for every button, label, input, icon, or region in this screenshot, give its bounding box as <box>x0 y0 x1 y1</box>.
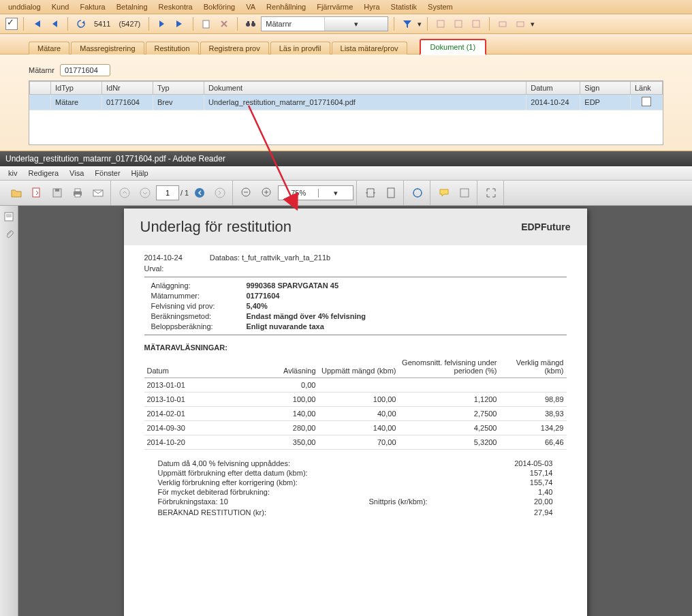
matarnr-label: Mätarnr <box>29 66 54 74</box>
pdf-summary: Datum då 4,00 % felvisning uppnåddes:201… <box>158 459 567 517</box>
menu-hyra[interactable]: Hyra <box>358 1 385 12</box>
pdf-section-title: MÄTARAVLÄSNINGAR: <box>144 343 567 352</box>
page-up-icon[interactable] <box>115 183 134 202</box>
readings-row: 2013-10-01100,00100,001,120098,89 <box>144 392 567 407</box>
summary-row: Uppmätt förbrukning efter detta datum (k… <box>158 469 567 477</box>
pdf-page: Underlag för restitution EDPFuture 2014-… <box>124 209 587 616</box>
attachments-icon[interactable] <box>3 229 14 240</box>
document-grid: IdTyp IdNr Typ Dokument Datum Sign Länk … <box>29 80 663 145</box>
delete-icon[interactable] <box>217 16 232 31</box>
tab-lista-matare-prov[interactable]: Lista mätare/prov <box>332 42 407 55</box>
tool-icon-3[interactable] <box>469 16 484 31</box>
menu-faktura[interactable]: Faktura <box>74 1 110 12</box>
fit-page-icon[interactable] <box>381 183 400 202</box>
tab-registrera-prov[interactable]: Registrera prov <box>200 42 269 55</box>
menu-unddialog[interactable]: unddialog <box>3 1 46 12</box>
open-icon[interactable] <box>7 183 26 202</box>
toolbar-checkbox[interactable] <box>5 18 18 30</box>
adobe-menu-redigera[interactable]: Redigera <box>22 168 64 179</box>
nav-last[interactable] <box>172 16 187 31</box>
matarnr-input[interactable]: 01771604 <box>60 64 110 76</box>
nav-total: (5427) <box>116 20 143 28</box>
tool-dropdown-arrow[interactable]: ▾ <box>531 20 535 29</box>
svg-rect-8 <box>499 22 506 27</box>
tool-icon-1[interactable] <box>433 16 448 31</box>
pdf-urval: Urval: <box>144 264 567 273</box>
cell-lank-checkbox[interactable] <box>631 95 663 110</box>
tool-icon-4[interactable] <box>495 16 510 31</box>
svg-rect-7 <box>473 20 479 27</box>
share-icon[interactable] <box>455 183 474 202</box>
comment-icon[interactable] <box>435 183 454 202</box>
menu-bokforing[interactable]: Bokföring <box>198 1 240 12</box>
menu-reskontra[interactable]: Reskontra <box>153 1 198 12</box>
zoom-out-icon[interactable] <box>237 183 256 202</box>
hand-tool-right-icon[interactable] <box>210 183 230 202</box>
zoom-dropdown[interactable]: 75%▾ <box>278 185 353 200</box>
menu-system[interactable]: System <box>422 1 458 12</box>
filter-icon[interactable] <box>400 16 415 31</box>
menu-fjarrvarme[interactable]: Fjärrvärme <box>311 1 358 12</box>
menu-betalning[interactable]: Betalning <box>111 1 153 12</box>
tab-las-in-provfil[interactable]: Läs in provfil <box>270 42 330 55</box>
pdf-db-label: Databas: <box>210 253 240 262</box>
col-sign[interactable]: Sign <box>580 82 631 95</box>
hand-tool-left-icon[interactable] <box>190 183 209 202</box>
search-field-label: Mätarnr <box>262 20 324 28</box>
new-icon[interactable] <box>199 16 214 31</box>
pdf-brand: EDPFuture <box>521 221 570 232</box>
fit-width-icon[interactable] <box>361 183 380 202</box>
adobe-menu-visa[interactable]: Visa <box>64 168 89 179</box>
save-icon[interactable] <box>48 183 67 202</box>
page-total: / 1 <box>180 189 189 197</box>
nav-next[interactable] <box>155 16 170 31</box>
readings-row: 2013-01-010,00 <box>144 378 567 392</box>
svg-rect-12 <box>55 189 59 191</box>
email-icon[interactable] <box>89 183 108 202</box>
thumbnails-icon[interactable] <box>3 211 14 222</box>
adobe-menu-fonster[interactable]: Fönster <box>89 168 125 179</box>
nav-prev[interactable] <box>47 16 62 31</box>
summary-row: BERÄKNAD RESTITUTION (kr):27,94 <box>158 508 567 517</box>
svg-point-18 <box>140 188 150 198</box>
page-number-input[interactable] <box>156 185 179 200</box>
tools-icon[interactable] <box>408 183 427 202</box>
col-lank[interactable]: Länk <box>631 82 663 95</box>
pdf-viewport[interactable]: Underlag för restitution EDPFuture 2014-… <box>18 206 692 616</box>
adobe-toolbar: / 1 75%▾ <box>0 181 692 206</box>
menu-kund[interactable]: Kund <box>46 1 75 12</box>
tool-icon-2[interactable] <box>451 16 466 31</box>
convert-icon[interactable] <box>27 183 46 202</box>
page-down-icon[interactable] <box>136 183 155 202</box>
nav-refresh[interactable] <box>74 16 89 31</box>
col-idnr[interactable]: IdNr <box>102 82 153 95</box>
col-dokument[interactable]: Dokument <box>204 82 526 95</box>
menu-renhallning[interactable]: Renhållning <box>261 1 311 12</box>
chevron-down-icon[interactable]: ▾ <box>318 189 353 198</box>
tab-restitution[interactable]: Restitution <box>146 42 199 55</box>
binoculars-icon[interactable] <box>243 16 258 31</box>
chevron-down-icon[interactable]: ▾ <box>324 17 388 31</box>
table-row[interactable]: Mätare 01771604 Brev Underlag_restitutio… <box>30 95 663 110</box>
nav-first[interactable] <box>29 16 44 31</box>
print-icon[interactable] <box>68 183 87 202</box>
col-selector[interactable] <box>30 82 51 95</box>
tab-dokument[interactable]: Dokument (1) <box>420 39 487 55</box>
adobe-menu-kiv[interactable]: kiv <box>3 168 22 179</box>
menu-statistik[interactable]: Statistik <box>386 1 423 12</box>
fullscreen-icon[interactable] <box>482 183 501 202</box>
menu-va[interactable]: VA <box>240 1 261 12</box>
tab-massregistrering[interactable]: Massregistrering <box>71 42 144 55</box>
tool-icon-5[interactable] <box>513 16 528 31</box>
col-idtyp[interactable]: IdTyp <box>51 82 102 95</box>
col-typ[interactable]: Typ <box>153 82 204 95</box>
svg-rect-24 <box>388 188 394 198</box>
svg-rect-6 <box>455 20 462 27</box>
adobe-menu-hjalp[interactable]: Hjälp <box>126 168 154 179</box>
filter-dropdown-arrow[interactable]: ▾ <box>418 20 422 29</box>
tab-matare[interactable]: Mätare <box>29 42 69 55</box>
main-menu: unddialog Kund Faktura Betalning Reskont… <box>0 0 692 14</box>
zoom-in-icon[interactable] <box>257 183 277 202</box>
col-datum[interactable]: Datum <box>526 82 580 95</box>
search-field-dropdown[interactable]: Mätarnr ▾ <box>261 16 388 31</box>
